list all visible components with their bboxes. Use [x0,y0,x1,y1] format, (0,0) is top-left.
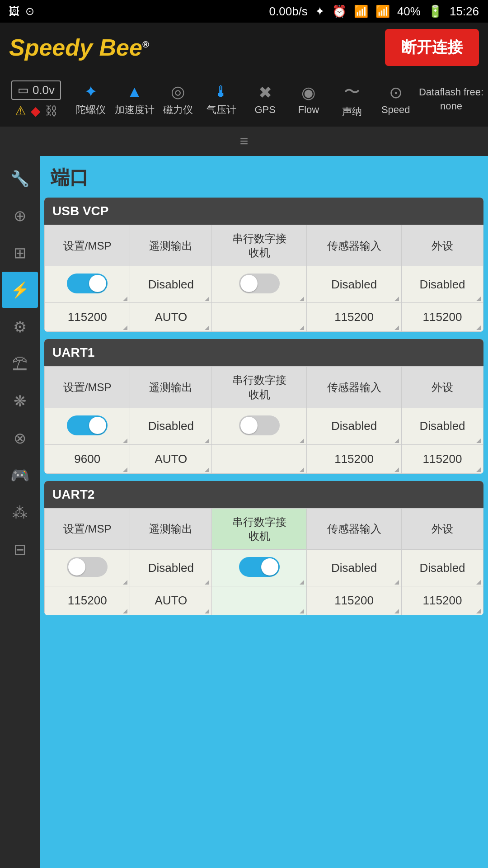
col-header-sensor-1: 传感器输入 [307,225,402,266]
uart1-sensor-disabled-cell[interactable]: Disabled [307,408,402,444]
port-uart2-section: UART2 设置/MSP 遥测输出 串行数字接收机 传感器输入 外设 [44,481,483,615]
battery-percent: 40% [397,5,421,19]
col-header-msp-1: 设置/MSP [45,225,130,266]
usb-sensor-baud-cell[interactable]: 115200 [307,303,402,332]
accel-icon: ▲ [127,82,143,101]
sensor-tab-baro[interactable]: 🌡 气压计 [200,72,243,127]
page-title: 端口 [44,160,483,198]
usb-msp-baud-cell[interactable]: 115200 [45,303,130,332]
uart2-msp-toggle-cell[interactable] [45,550,130,586]
col-header-telemetry-2: 遥测输出 [130,367,212,408]
sidebar-item-settings[interactable]: ⚙ [2,309,38,345]
sidebar-item-network[interactable]: ❋ [2,383,38,419]
uart1-serial-toggle[interactable] [239,415,280,435]
uart2-telemetry-disabled-cell[interactable]: Disabled [130,550,212,586]
disconnect-button[interactable]: 断开连接 [385,29,479,66]
sidebar-item-wrench[interactable]: 🔧 [2,160,38,197]
col-header-serial-1: 串行数字接收机 [212,225,307,266]
battery-icons: ⚠ ◆ ⛓ [15,104,58,118]
usb-peripheral-baud-cell[interactable]: 115200 [401,303,483,332]
uart2-peripheral-baud-cell[interactable]: 115200 [401,586,483,615]
hamburger-icon: ≡ [240,133,249,150]
uart2-serial-toggle-cell[interactable] [212,550,307,586]
sidebar-item-remote[interactable]: 🎮 [2,457,38,493]
flow-icon: ◉ [301,83,315,102]
time-display: 15:26 [450,5,479,19]
sidebar-item-parachute[interactable]: ⛱ [2,346,38,382]
uart2-msp-toggle[interactable] [67,557,108,577]
uart2-peripheral-disabled-cell[interactable]: Disabled [401,550,483,586]
sonar-icon: 〜 [344,81,360,103]
sidebar: 🔧 ⊕ ⊞ ⚡ ⚙ ⛱ ❋ ⊗ 🎮 ⁂ ⊟ [0,156,40,868]
uart1-telemetry-disabled-cell[interactable]: Disabled [130,408,212,444]
warning-icon: ⚠ [15,104,26,118]
sensor-tab-flow[interactable]: ◉ Flow [287,72,330,127]
sensor-tab-accel[interactable]: ▲ 加速度计 [113,72,155,127]
main-layout: 🔧 ⊕ ⊞ ⚡ ⚙ ⛱ ❋ ⊗ 🎮 ⁂ ⊟ 端口 USB VCP 设置/MSP … [0,156,488,868]
col-header-serial-2: 串行数字接收机 [212,367,307,408]
usb-msp-toggle[interactable] [67,274,108,293]
status-left: 🖼 ⊙ [9,5,34,18]
sidebar-item-grid[interactable]: ⊞ [2,235,38,271]
bluetooth-icon: ✦ [315,5,325,19]
uart1-serial-toggle-cell[interactable] [212,408,307,444]
sensor-tabs: ✦ 陀螺仪 ▲ 加速度计 ◎ 磁力仪 🌡 气压计 ✖ GPS ◉ Flow [70,72,417,127]
uart2-serial-toggle[interactable] [239,557,280,577]
usb-telemetry-disabled-cell[interactable]: Disabled [130,266,212,303]
battery-icon: 🔋 [428,5,442,19]
top-bar: Speedy Bee® 断开连接 [0,23,488,72]
sidebar-item-sliders[interactable]: ⊟ [2,531,38,567]
usb-serial-baud-cell[interactable] [212,303,307,332]
col-header-telemetry-3: 遥测输出 [130,508,212,549]
uart1-peripheral-baud-cell[interactable]: 115200 [401,444,483,473]
usb-msp-toggle-cell[interactable] [45,266,130,303]
sensor-tab-mag[interactable]: ◎ 磁力仪 [157,72,199,127]
toggle-knob [240,275,258,292]
sensor-tab-gyro[interactable]: ✦ 陀螺仪 [70,72,112,127]
uart1-telemetry-baud-cell[interactable]: AUTO [130,444,212,473]
uart2-sensor-baud-cell[interactable]: 115200 [307,586,402,615]
sensor-tab-sonar[interactable]: 〜 声纳 [331,72,373,127]
col-header-sensor-2: 传感器输入 [307,367,402,408]
usb-serial-toggle[interactable] [239,274,280,293]
logo-text: Speedy Bee® [9,34,149,61]
uart2-msp-baud-cell[interactable]: 115200 [45,586,130,615]
battery-voltage: ▭ 0.0v [11,80,61,100]
toggle-knob [89,275,106,292]
corner-arrow [300,297,304,301]
uart1-msp-toggle[interactable] [67,415,108,435]
col-header-peripheral-2: 外设 [401,367,483,408]
corner-arrow [123,297,127,301]
uart1-sensor-baud-cell[interactable]: 115200 [307,444,402,473]
port-usb-vcp-section: USB VCP 设置/MSP 遥测输出 串行数字接收机 传感器输入 外设 [44,198,483,332]
content-area: 端口 USB VCP 设置/MSP 遥测输出 串行数字接收机 传感器输入 外设 [40,156,488,868]
photo-icon: 🖼 [9,5,20,18]
port-uart2-header: UART2 [44,481,483,508]
uart2-sensor-disabled-cell[interactable]: Disabled [307,550,402,586]
uart2-telemetry-baud-cell[interactable]: AUTO [130,586,212,615]
sensor-tab-gps[interactable]: ✖ GPS [244,72,286,127]
usb-peripheral-disabled-cell[interactable]: Disabled [401,266,483,303]
status-bar: 🖼 ⊙ 0.00b/s ✦ ⏰ 📶 📶 40% 🔋 15:26 [0,0,488,23]
port-usb-vcp-table: 设置/MSP 遥测输出 串行数字接收机 传感器输入 外设 [44,225,483,332]
usb-sensor-disabled-cell[interactable]: Disabled [307,266,402,303]
port-uart2-table: 设置/MSP 遥测输出 串行数字接收机 传感器输入 外设 [44,508,483,615]
sensor-tab-speed[interactable]: ⊙ Speed [375,72,417,127]
uart1-msp-toggle-cell[interactable] [45,408,130,444]
sidebar-item-crosshair[interactable]: ⊕ [2,198,38,234]
sidebar-item-users[interactable]: ⁂ [2,494,38,530]
col-header-peripheral-3: 外设 [401,508,483,549]
uart2-serial-baud-cell[interactable] [212,586,307,615]
sidebar-item-nodes[interactable]: ⊗ [2,420,38,456]
uart1-serial-baud-cell[interactable] [212,444,307,473]
battery-rect-icon: ▭ [18,83,29,97]
col-header-telemetry-1: 遥测输出 [130,225,212,266]
status-right: 0.00b/s ✦ ⏰ 📶 📶 40% 🔋 15:26 [269,5,479,19]
usb-telemetry-baud-cell[interactable]: AUTO [130,303,212,332]
usb-serial-toggle-cell[interactable] [212,266,307,303]
diamond-icon: ◆ [31,104,41,118]
uart1-peripheral-disabled-cell[interactable]: Disabled [401,408,483,444]
menu-toggle-bar[interactable]: ≡ [0,127,488,156]
sidebar-item-plug[interactable]: ⚡ [2,272,38,308]
uart1-msp-baud-cell[interactable]: 9600 [45,444,130,473]
